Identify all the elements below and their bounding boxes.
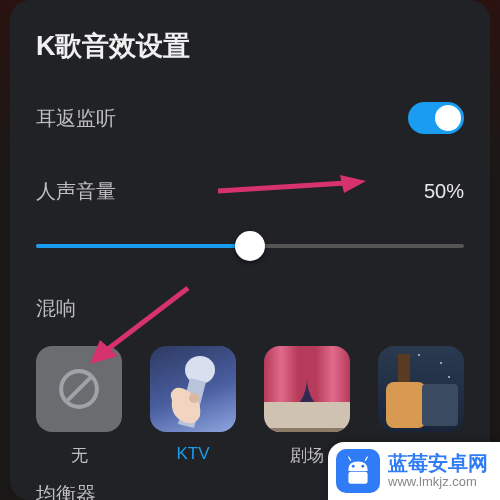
reverb-preset-none[interactable]: 无 xyxy=(36,346,122,467)
slider-thumb[interactable] xyxy=(235,231,265,261)
vocal-volume-label: 人声音量 xyxy=(36,178,116,205)
prohibit-icon xyxy=(36,346,122,432)
panel-title: K歌音效设置 xyxy=(36,28,464,64)
toggle-knob xyxy=(435,105,461,131)
monitor-label: 耳返监听 xyxy=(36,105,116,132)
svg-line-10 xyxy=(348,457,350,461)
vocal-volume-value: 50% xyxy=(424,180,464,203)
android-icon xyxy=(336,449,380,493)
svg-point-2 xyxy=(185,356,215,384)
svg-line-1 xyxy=(67,377,91,401)
vocal-volume-slider[interactable] xyxy=(36,231,464,261)
karaoke-effects-panel: K歌音效设置 耳返监听 人声音量 50% 混响 无 xyxy=(10,0,490,500)
preset-label: 无 xyxy=(71,444,88,467)
monitor-row: 耳返监听 xyxy=(36,102,464,134)
vocal-volume-block: 人声音量 50% xyxy=(36,178,464,261)
svg-point-9 xyxy=(361,465,364,468)
slider-fill xyxy=(36,244,250,248)
preset-label: KTV xyxy=(176,444,209,464)
microphone-icon xyxy=(150,346,236,432)
guitar-icon xyxy=(378,346,464,432)
site-watermark: 蓝莓安卓网 www.lmkjz.com xyxy=(328,442,500,500)
svg-rect-12 xyxy=(348,472,367,484)
curtain-icon xyxy=(264,346,350,432)
reverb-preset-ktv[interactable]: KTV xyxy=(150,346,236,467)
svg-point-3 xyxy=(189,393,199,403)
watermark-subtitle: www.lmkjz.com xyxy=(388,475,488,490)
preset-label: 剧场 xyxy=(290,444,324,467)
reverb-label: 混响 xyxy=(36,295,464,322)
svg-line-11 xyxy=(365,457,367,461)
watermark-title: 蓝莓安卓网 xyxy=(388,452,488,475)
svg-point-8 xyxy=(352,465,355,468)
monitor-toggle[interactable] xyxy=(408,102,464,134)
